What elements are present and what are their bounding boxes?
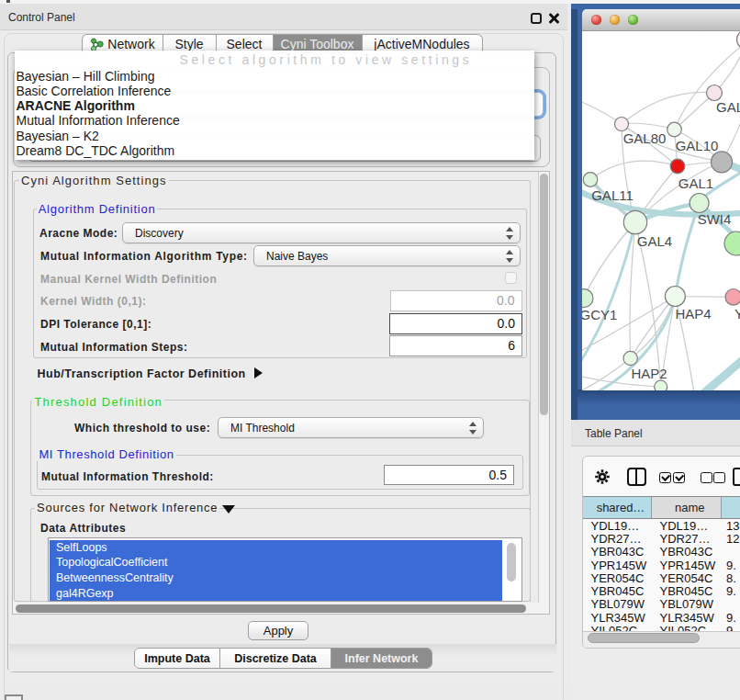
svg-text:GCY1: GCY1 (582, 307, 617, 322)
svg-text:GAL10: GAL10 (676, 138, 719, 153)
svg-text:SWI4: SWI4 (698, 211, 732, 227)
svg-text:GAL11: GAL11 (591, 187, 633, 203)
svg-text:GAL1: GAL1 (678, 175, 713, 191)
svg-text:Y: Y (734, 306, 740, 322)
svg-text:HAP2: HAP2 (631, 365, 667, 380)
svg-text:GAL4: GAL4 (637, 232, 672, 248)
svg-text:HAP4: HAP4 (675, 306, 711, 322)
svg-text:GAL7: GAL7 (716, 99, 740, 115)
svg-text:GAL80: GAL80 (623, 130, 667, 146)
